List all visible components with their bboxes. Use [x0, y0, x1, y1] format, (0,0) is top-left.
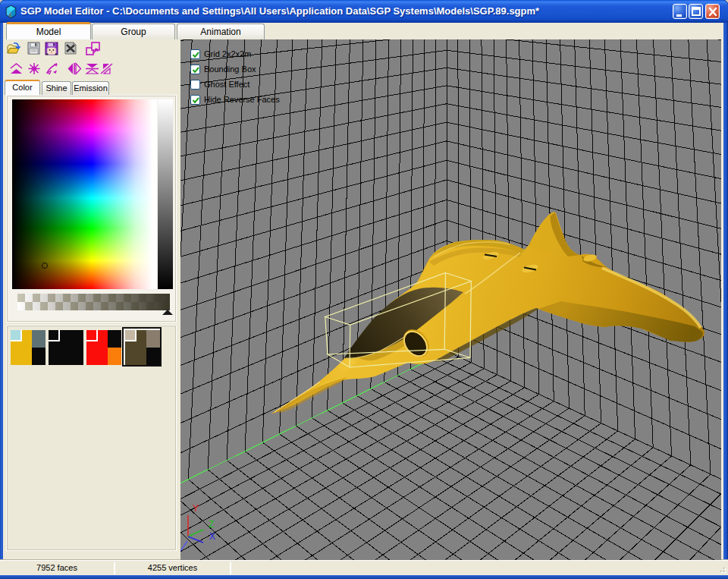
- svg-text:X: X: [209, 531, 215, 542]
- svg-text:Z: Z: [209, 519, 214, 530]
- svg-text:Y: Y: [193, 503, 199, 514]
